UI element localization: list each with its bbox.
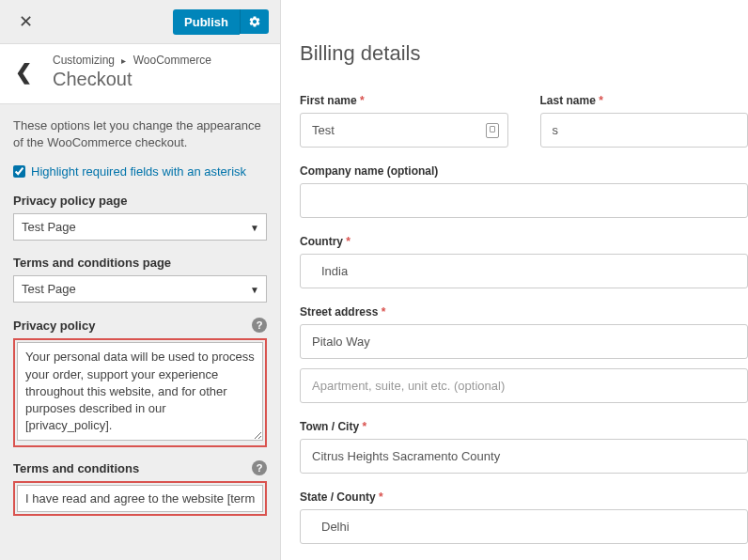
state-label: State / County * (300, 490, 748, 504)
privacy-page-select[interactable]: Test Page (13, 213, 267, 241)
privacy-policy-textarea[interactable] (17, 342, 263, 441)
terms-conditions-label-text: Terms and conditions (13, 461, 139, 475)
breadcrumb-section: WooCommerce (133, 54, 211, 67)
first-name-label-text: First name (300, 94, 357, 107)
city-label: Town / City * (300, 420, 748, 433)
section-description: These options let you change the appeara… (13, 117, 267, 151)
country-select[interactable]: India (300, 254, 748, 288)
gear-icon (248, 15, 261, 28)
sidebar-body: These options let you change the appeara… (0, 104, 280, 560)
breadcrumb: ❮ Customizing ▸ WooCommerce Checkout (0, 44, 280, 104)
country-label: Country * (300, 235, 748, 248)
required-asterisk: * (379, 490, 383, 504)
country-label-text: Country (300, 235, 343, 248)
required-asterisk: * (346, 235, 351, 248)
country-group: Country * India (300, 235, 748, 288)
state-group: State / County * Delhi (300, 490, 748, 544)
name-row: First name * Last name * (300, 94, 748, 148)
terms-conditions-label: Terms and conditions ? (13, 460, 267, 475)
sidebar-header: ✕ Publish (0, 0, 280, 44)
back-arrow-icon[interactable]: ❮ (11, 54, 43, 90)
state-label-text: State / County (300, 490, 376, 504)
state-select[interactable]: Delhi (300, 509, 748, 544)
last-name-label-text: Last name (540, 94, 596, 107)
first-name-wrap (300, 113, 508, 148)
required-asterisk: * (360, 94, 365, 107)
last-name-input[interactable] (540, 113, 749, 148)
company-label: Company name (optional) (300, 164, 748, 178)
highlight-required-checkbox[interactable] (13, 165, 25, 178)
city-label-text: Town / City (300, 420, 359, 433)
settings-gear-button[interactable] (240, 9, 269, 34)
required-asterisk: * (382, 305, 386, 319)
terms-conditions-highlight (13, 481, 267, 516)
company-group: Company name (optional) (300, 164, 748, 218)
breadcrumb-path: Customizing ▸ WooCommerce (53, 54, 211, 67)
preview-pane: Billing details First name * Last name *… (281, 0, 748, 560)
city-input[interactable] (300, 439, 748, 474)
breadcrumb-parent: Customizing (53, 54, 115, 67)
publish-button[interactable]: Publish (173, 9, 240, 35)
last-name-col: Last name * (540, 94, 749, 148)
city-group: Town / City * (300, 420, 748, 474)
terms-page-select[interactable]: Test Page (13, 275, 267, 303)
billing-details-heading: Billing details (300, 41, 748, 66)
highlight-required-row: Highlight required fields with an asteri… (13, 164, 267, 179)
privacy-policy-label-text: Privacy policy (13, 319, 95, 333)
terms-page-label: Terms and conditions page (13, 256, 267, 270)
street-group: Street address * (300, 305, 748, 403)
first-name-input[interactable] (300, 113, 508, 148)
privacy-policy-highlight (13, 338, 267, 447)
required-asterisk: * (362, 420, 366, 433)
street-address-2-input[interactable] (300, 368, 748, 403)
company-input[interactable] (300, 183, 748, 218)
first-name-col: First name * (300, 94, 508, 148)
customizer-sidebar: ✕ Publish ❮ Customizing ▸ WooCommerce Ch… (0, 0, 281, 560)
first-name-label: First name * (300, 94, 508, 107)
help-icon[interactable]: ? (252, 318, 267, 333)
street-address-input[interactable] (300, 324, 748, 359)
last-name-label: Last name * (540, 94, 749, 107)
terms-page-select-wrap: Test Page ▼ (13, 275, 267, 303)
chevron-right-icon: ▸ (121, 55, 126, 66)
privacy-policy-label: Privacy policy ? (13, 318, 267, 333)
privacy-page-select-wrap: Test Page ▼ (13, 213, 267, 241)
privacy-page-label: Privacy policy page (13, 194, 267, 208)
street-label: Street address * (300, 305, 748, 319)
contact-card-icon (486, 123, 499, 138)
terms-conditions-input[interactable] (17, 485, 263, 512)
highlight-required-label[interactable]: Highlight required fields with an asteri… (31, 164, 246, 179)
close-icon[interactable]: ✕ (11, 8, 40, 36)
street-label-text: Street address (300, 305, 378, 319)
page-title: Checkout (53, 69, 211, 90)
required-asterisk: * (599, 94, 603, 107)
help-icon[interactable]: ? (252, 460, 267, 475)
publish-group: Publish (173, 9, 269, 35)
breadcrumb-content: Customizing ▸ WooCommerce Checkout (53, 54, 211, 90)
